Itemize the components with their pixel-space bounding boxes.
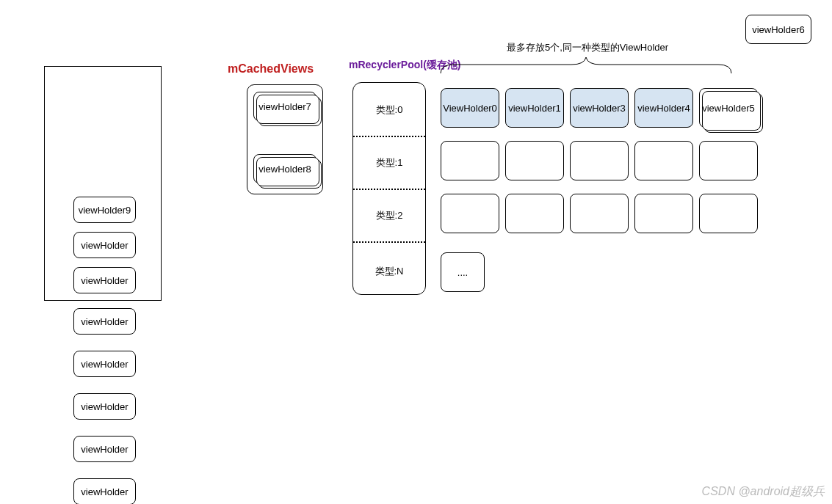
- left-container-frame: [44, 66, 162, 301]
- pool-r0-c3: viewHolder4: [634, 88, 693, 128]
- type-column: 类型:0 类型:1 类型:2 类型:N: [352, 82, 426, 295]
- pool-r1-c3: [634, 141, 693, 180]
- pool-r2-c4: [699, 194, 758, 233]
- watermark: CSDN @android超级兵: [702, 484, 825, 500]
- left-item-3: viewHolder: [73, 308, 136, 335]
- pool-r1-c1: [505, 141, 564, 180]
- pool-r2-c2: [570, 194, 629, 233]
- cached-item-0: viewHolder7: [253, 92, 316, 121]
- pool-r2-c0: [441, 194, 499, 233]
- pool-r0-c2: viewHolder3: [570, 88, 629, 128]
- pool-r2-c1: [505, 194, 564, 233]
- type-divider-0: [353, 136, 425, 137]
- cached-item-1: viewHolder8: [253, 154, 316, 183]
- left-item-2: viewHolder: [73, 267, 136, 293]
- type-divider-1: [353, 189, 425, 190]
- pool-rn-ellipsis: ....: [441, 252, 485, 292]
- pool-r1-c4: [699, 141, 758, 180]
- pool-r1-c0: [441, 141, 499, 180]
- pool-r2-c3: [634, 194, 693, 233]
- left-item-6: viewHolder: [73, 436, 136, 462]
- type-1: 类型:1: [353, 156, 425, 169]
- type-n: 类型:N: [353, 265, 425, 278]
- pool-r0-c1: viewHolder1: [505, 88, 564, 128]
- pool-r0-c0: ViewHolder0: [441, 88, 499, 128]
- type-2: 类型:2: [353, 209, 425, 222]
- left-item-0: viewHolder9: [73, 197, 136, 223]
- pool-r0-c4: viewHolder5: [699, 88, 758, 128]
- floating-viewholder6: viewHolder6: [745, 15, 811, 44]
- brace-note: 最多存放5个,同一种类型的ViewHolder: [507, 41, 668, 54]
- brace-icon: [439, 56, 733, 75]
- left-item-1: viewHolder: [73, 232, 136, 258]
- type-divider-2: [353, 241, 425, 243]
- type-0: 类型:0: [353, 103, 425, 117]
- cached-views-title: mCachedViews: [228, 62, 314, 76]
- pool-r1-c2: [570, 141, 629, 180]
- left-item-7: viewHolder: [73, 478, 136, 504]
- left-item-4: viewHolder: [73, 351, 136, 377]
- left-item-5: viewHolder: [73, 393, 136, 420]
